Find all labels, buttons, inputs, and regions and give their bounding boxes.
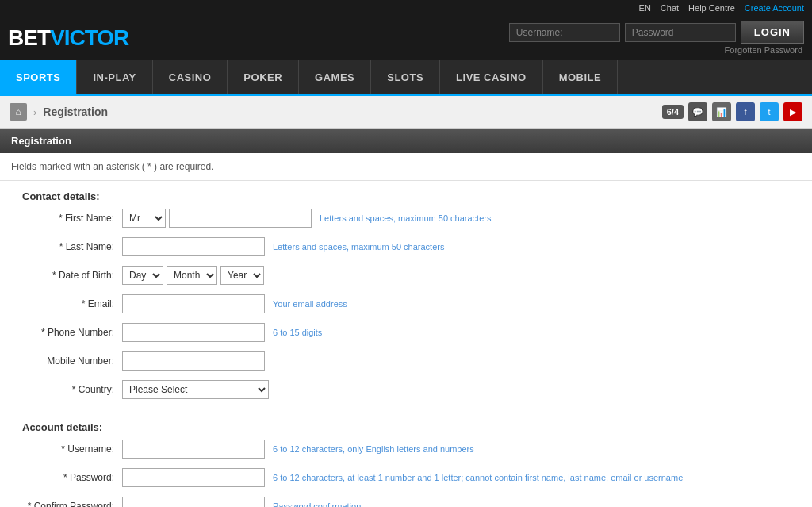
- mobile-input[interactable]: [122, 351, 265, 371]
- breadcrumb-left: ⌂ › Registration: [10, 103, 108, 121]
- password-input[interactable]: [625, 23, 736, 42]
- nav-item-casino[interactable]: CASINO: [153, 60, 228, 94]
- facebook-icon[interactable]: f: [736, 102, 755, 121]
- twitter-icon[interactable]: t: [760, 102, 779, 121]
- nav-item-slots[interactable]: SLOTS: [371, 60, 440, 94]
- stats-icon[interactable]: 📊: [712, 102, 731, 121]
- chat-icon[interactable]: 💬: [688, 102, 707, 121]
- first-name-label: * First Name:: [11, 213, 122, 224]
- reg-password-input[interactable]: [122, 468, 265, 487]
- first-name-hint: Letters and spaces, maximum 50 character…: [320, 213, 491, 223]
- dob-month-select[interactable]: Month: [167, 266, 217, 285]
- account-section-title: Account details:: [11, 412, 801, 438]
- breadcrumb-bar: ⌂ › Registration 6/4 💬 📊 f t ▶: [0, 96, 812, 129]
- breadcrumb-right: 6/4 💬 📊 f t ▶: [662, 102, 802, 121]
- form-intro: Fields marked with an asterisk ( * ) are…: [0, 153, 812, 181]
- email-hint: Your email address: [273, 299, 347, 309]
- create-account-link[interactable]: Create Account: [745, 3, 804, 13]
- top-bar: EN Chat Help Centre Create Account: [0, 0, 812, 16]
- forgotten-password-link[interactable]: Forgotten Password: [509, 44, 804, 55]
- last-name-hint: Letters and spaces, maximum 50 character…: [273, 242, 444, 252]
- title-select[interactable]: MrMrsMissMsDr: [122, 209, 166, 228]
- mobile-label: Mobile Number:: [11, 355, 122, 367]
- dob-group: Day Month Year: [122, 266, 267, 285]
- dob-day-select[interactable]: Day: [122, 266, 163, 285]
- reg-password-label: * Password:: [11, 472, 122, 483]
- logo-bet: BET: [8, 25, 50, 50]
- phone-label: * Phone Number:: [11, 327, 122, 338]
- logo-victor: VICTOR: [50, 25, 128, 50]
- reg-username-input[interactable]: [122, 440, 265, 459]
- phone-input[interactable]: [122, 323, 265, 342]
- logo: BETVICTOR: [8, 25, 128, 51]
- header: BETVICTOR LOGIN Forgotten Password: [0, 16, 812, 60]
- first-name-input[interactable]: [169, 209, 312, 228]
- reg-username-label: * Username:: [11, 444, 122, 455]
- confirm-pw-hint: Password confirmation: [273, 501, 361, 507]
- nav-item-games[interactable]: GAMES: [299, 60, 371, 94]
- contact-details-section: Contact details: * First Name: MrMrsMiss…: [0, 181, 812, 507]
- confirm-pw-label: * Confirm Password:: [11, 501, 122, 507]
- first-name-row: * First Name: MrMrsMissMsDr Letters and …: [11, 207, 801, 229]
- language-selector[interactable]: EN: [639, 3, 651, 13]
- breadcrumb-separator: ›: [33, 106, 36, 118]
- confirm-pw-row: * Confirm Password: Password confirmatio…: [11, 495, 801, 507]
- login-button[interactable]: LOGIN: [741, 21, 804, 44]
- nav-item-sports[interactable]: SPORTS: [0, 60, 77, 94]
- country-label: * Country:: [11, 384, 122, 395]
- confirm-pw-input[interactable]: [122, 497, 265, 507]
- last-name-label: * Last Name:: [11, 241, 122, 252]
- help-centre-link[interactable]: Help Centre: [688, 3, 735, 13]
- phone-row: * Phone Number: 6 to 15 digits: [11, 321, 801, 344]
- country-row: * Country: Please Select: [11, 378, 801, 401]
- breadcrumb-title: Registration: [43, 106, 108, 118]
- username-input[interactable]: [509, 23, 620, 42]
- reg-username-row: * Username: 6 to 12 characters, only Eng…: [11, 438, 801, 460]
- youtube-icon[interactable]: ▶: [783, 102, 802, 121]
- odds-badge: 6/4: [662, 105, 684, 119]
- mobile-row: Mobile Number:: [11, 350, 801, 372]
- main-nav: SPORTS IN-PLAY CASINO POKER GAMES SLOTS …: [0, 60, 812, 96]
- nav-item-poker[interactable]: POKER: [228, 60, 299, 94]
- chat-link[interactable]: Chat: [661, 3, 679, 13]
- contact-section-title: Contact details:: [11, 181, 801, 207]
- home-icon[interactable]: ⌂: [10, 103, 27, 121]
- country-select[interactable]: Please Select: [122, 380, 269, 399]
- reg-password-row: * Password: 6 to 12 characters, at least…: [11, 467, 801, 489]
- phone-hint: 6 to 15 digits: [273, 328, 322, 337]
- nav-item-in-play[interactable]: IN-PLAY: [77, 60, 152, 94]
- last-name-input[interactable]: [122, 237, 265, 256]
- header-right-wrapper: LOGIN Forgotten Password: [509, 21, 804, 55]
- registration-header: Registration: [0, 129, 812, 153]
- nav-item-live-casino[interactable]: LIVE CASINO: [440, 60, 543, 94]
- password-hint: 6 to 12 characters, at least 1 number an…: [273, 473, 683, 482]
- last-name-row: * Last Name: Letters and spaces, maximum…: [11, 236, 801, 258]
- username-hint: 6 to 12 characters, only English letters…: [273, 444, 474, 454]
- dob-label: * Date of Birth:: [11, 270, 122, 281]
- email-row: * Email: Your email address: [11, 293, 801, 315]
- login-area: LOGIN: [509, 21, 804, 44]
- email-input[interactable]: [122, 294, 265, 313]
- main-content: Registration Fields marked with an aster…: [0, 129, 812, 507]
- nav-item-mobile[interactable]: MOBILE: [543, 60, 619, 94]
- dob-row: * Date of Birth: Day Month Year: [11, 264, 801, 286]
- email-label: * Email:: [11, 298, 122, 309]
- dob-year-select[interactable]: Year: [220, 266, 264, 285]
